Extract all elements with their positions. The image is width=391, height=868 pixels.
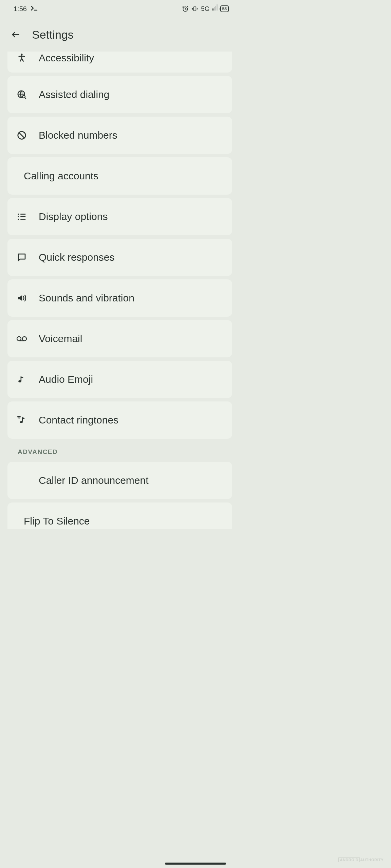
settings-item-calling-accounts[interactable]: Calling accounts xyxy=(7,157,232,195)
item-label: Blocked numbers xyxy=(39,130,117,141)
settings-item-quick-responses[interactable]: Quick responses xyxy=(7,239,232,276)
page-title: Settings xyxy=(32,28,74,41)
item-label: Calling accounts xyxy=(24,170,98,182)
settings-item-contact-ringtones[interactable]: Contact ringtones xyxy=(7,401,232,439)
svg-point-10 xyxy=(18,216,19,217)
alarm-icon xyxy=(182,5,189,12)
network-label: 5G xyxy=(201,5,209,13)
svg-line-6 xyxy=(25,98,26,99)
settings-item-voicemail[interactable]: Voicemail xyxy=(7,320,232,357)
item-label: Display options xyxy=(39,211,108,222)
volume-icon xyxy=(16,293,27,303)
svg-point-19 xyxy=(20,421,23,423)
vibrate-icon xyxy=(191,5,198,12)
item-label: Assisted dialing xyxy=(39,89,109,100)
svg-point-16 xyxy=(22,337,26,341)
item-label: Flip To Silence xyxy=(24,515,90,527)
svg-point-3 xyxy=(21,54,22,55)
svg-point-11 xyxy=(18,219,19,220)
settings-item-audio-emoji[interactable]: Audio Emoji xyxy=(7,361,232,398)
globe-search-icon xyxy=(16,89,27,100)
svg-point-5 xyxy=(23,96,25,98)
block-icon xyxy=(16,130,27,141)
settings-item-blocked-numbers[interactable]: Blocked numbers xyxy=(7,117,232,154)
chat-icon xyxy=(16,252,27,263)
section-header-advanced: ADVANCED xyxy=(7,442,232,462)
settings-item-sounds-vibration[interactable]: Sounds and vibration xyxy=(7,279,232,317)
item-label: Caller ID announcement xyxy=(39,475,149,486)
svg-rect-2 xyxy=(194,7,196,11)
item-label: Accessibility xyxy=(39,52,94,64)
music-note-icon xyxy=(16,374,27,385)
ringtone-icon xyxy=(16,415,27,426)
voicemail-icon xyxy=(16,333,27,344)
status-bar: 1:56 5G 58 xyxy=(0,0,240,18)
settings-item-flip-to-silence[interactable]: Flip To Silence xyxy=(7,502,232,529)
battery-icon: 58 xyxy=(220,5,229,12)
accessibility-icon xyxy=(16,52,27,63)
terminal-icon xyxy=(31,5,38,13)
signal-icon xyxy=(212,4,218,12)
item-label: Contact ringtones xyxy=(39,414,118,426)
empty-icon xyxy=(16,475,27,486)
status-time: 1:56 xyxy=(14,5,27,13)
item-label: Voicemail xyxy=(39,333,82,344)
settings-item-assisted-dialing[interactable]: Assisted dialing xyxy=(7,76,232,113)
settings-item-caller-id[interactable]: Caller ID announcement xyxy=(7,462,232,499)
svg-point-18 xyxy=(18,380,21,382)
list-icon xyxy=(16,211,27,222)
settings-item-accessibility[interactable]: Accessibility xyxy=(7,52,232,73)
back-button[interactable] xyxy=(7,26,24,43)
svg-line-8 xyxy=(19,133,24,138)
item-label: Audio Emoji xyxy=(39,374,93,385)
svg-point-15 xyxy=(17,337,21,341)
item-label: Sounds and vibration xyxy=(39,292,134,304)
arrow-left-icon xyxy=(11,30,20,39)
svg-point-9 xyxy=(18,214,19,215)
app-bar: Settings xyxy=(0,18,240,52)
settings-list: Accessibility Assisted dialing Blocked n… xyxy=(0,52,240,529)
settings-item-display-options[interactable]: Display options xyxy=(7,198,232,235)
item-label: Quick responses xyxy=(39,252,114,263)
